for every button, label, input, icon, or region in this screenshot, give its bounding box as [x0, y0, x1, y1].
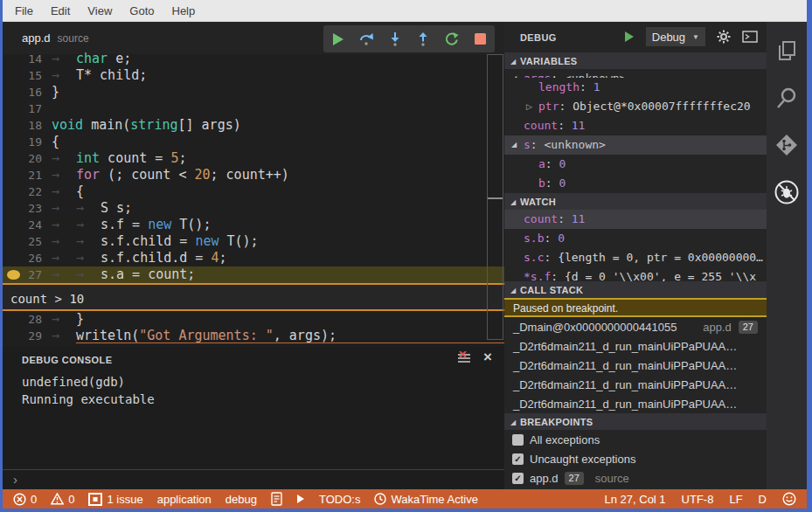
- code-token: 20: [194, 167, 210, 183]
- status-bar: 001 issueapplicationdebugTODO:sWakaTime …: [3, 489, 807, 509]
- gear-icon[interactable]: [717, 30, 731, 44]
- code-text: →T* child;: [52, 67, 147, 83]
- continue-button[interactable]: [327, 29, 348, 50]
- status-item-ln-27-col-1[interactable]: Ln 27, Col 1: [604, 493, 665, 506]
- menu-help[interactable]: Help: [163, 0, 205, 22]
- tab-whitespace-arrow: →: [52, 51, 76, 67]
- code-token: char: [76, 51, 108, 66]
- line-number: 28: [3, 311, 52, 328]
- line-number: 26: [3, 250, 52, 266]
- status-item-0[interactable]: 0: [51, 493, 74, 506]
- debug-config-dropdown[interactable]: Debug ▼: [646, 27, 705, 46]
- variable-row-ptr[interactable]: ▷ptr: Object@*0x00007fffffffec20: [504, 97, 767, 116]
- breakpoint-line-badge: 27: [565, 472, 584, 485]
- search-icon[interactable]: [774, 85, 800, 111]
- status-item-debug[interactable]: debug: [226, 493, 257, 506]
- code-token: (; count <: [100, 167, 194, 183]
- status-item-0[interactable]: 0: [13, 493, 37, 506]
- frame-function: _D2rt6dmain211_d_run_mainUiPPaPUAA…: [513, 340, 737, 353]
- step-out-button[interactable]: [413, 29, 434, 50]
- breakpoint-item[interactable]: All exceptions: [504, 430, 767, 449]
- menu-bar: FileEditViewGotoHelp: [3, 0, 807, 22]
- console-repl-input[interactable]: ›: [3, 469, 504, 488]
- step-over-button[interactable]: [356, 29, 377, 50]
- code-text: →→S s;: [52, 200, 132, 216]
- tab-appd[interactable]: app.d source: [22, 22, 89, 54]
- colon: :: [580, 80, 593, 93]
- checkbox-icon[interactable]: ✓: [512, 473, 524, 484]
- variable-value: Object@*0x00007fffffffec20: [573, 100, 751, 113]
- status-item-application[interactable]: application: [157, 493, 212, 506]
- tab-whitespace-arrow: →: [52, 217, 76, 233]
- close-icon[interactable]: ×: [483, 351, 492, 363]
- section-header-breakpoints[interactable]: ◢ BREAKPOINTS: [504, 413, 767, 430]
- status-label: LF: [729, 493, 742, 506]
- breakpoint-item[interactable]: ✓app.d27source: [504, 468, 767, 488]
- step-into-button[interactable]: [385, 29, 406, 50]
- menu-edit[interactable]: Edit: [42, 0, 79, 22]
- stack-frame[interactable]: _D2rt6dmain211_d_run_mainUiPPaPUAA…: [504, 394, 767, 413]
- code-line-17: 17: [3, 100, 504, 117]
- stop-button[interactable]: [470, 29, 491, 50]
- code-text: {: [52, 134, 59, 149]
- tab-file-name: app.d: [22, 31, 51, 45]
- explorer-icon[interactable]: [774, 38, 800, 64]
- vscode-window: FileEditViewGotoHelp app.d source 14→cha…: [0, 0, 812, 512]
- status-item-1-issue[interactable]: 1 issue: [88, 493, 142, 506]
- code-line-18: 18void main(string[] args): [3, 117, 504, 134]
- debug-icon[interactable]: [774, 179, 800, 205]
- breakpoint-icon[interactable]: [7, 270, 20, 280]
- section-header-variables[interactable]: ◢ VARIABLES: [504, 52, 767, 69]
- variable-row-length[interactable]: length: 1: [504, 78, 767, 97]
- colon: :: [551, 270, 565, 281]
- status-item-lf[interactable]: LF: [729, 493, 742, 506]
- menu-goto[interactable]: Goto: [121, 0, 163, 22]
- variable-row-a[interactable]: a: 0: [504, 155, 767, 174]
- status-item-doc[interactable]: [271, 492, 282, 506]
- watch-row-sf[interactable]: *s.f: {d = 0 '\\x00', e = 255 '\\x: [504, 267, 767, 281]
- code-text: →int count = 5;: [52, 150, 186, 166]
- open-console-icon[interactable]: [742, 31, 758, 43]
- status-item-wakatime-active[interactable]: WakaTime Active: [374, 493, 477, 506]
- clear-console-icon[interactable]: [457, 351, 471, 363]
- source-control-icon[interactable]: [774, 132, 800, 158]
- menu-view[interactable]: View: [79, 0, 121, 22]
- code-token: {: [52, 134, 59, 149]
- code-line-29: 29→writeln("Got Arguments: ", args);: [3, 328, 504, 344]
- checkbox-icon[interactable]: [512, 434, 524, 446]
- status-item-smiley[interactable]: [782, 492, 796, 506]
- call-stack-list: _Dmain@0x0000000000441055app.d27_D2rt6dm…: [504, 317, 767, 413]
- stack-frame[interactable]: _Dmain@0x0000000000441055app.d27: [504, 317, 767, 336]
- status-item-run[interactable]: [296, 494, 305, 504]
- watch-row-count[interactable]: count: 11: [504, 210, 767, 229]
- code-token: s.f =: [101, 217, 148, 232]
- stack-frame[interactable]: _D2rt6dmain211_d_run_mainUiPPaPUAA…: [504, 356, 767, 375]
- stack-frame[interactable]: _D2rt6dmain211_d_run_mainUiPPaPUAA…: [504, 375, 767, 394]
- section-header-call-stack[interactable]: ◢ CALL STACK: [504, 281, 767, 298]
- status-item-utf-8[interactable]: UTF-8: [682, 493, 714, 506]
- section-header-watch[interactable]: ◢ WATCH: [504, 193, 767, 210]
- menu-file[interactable]: File: [6, 0, 42, 22]
- code-text: →{: [52, 183, 84, 199]
- breakpoint-condition-input[interactable]: count > 10: [3, 283, 504, 311]
- restart-button[interactable]: [441, 29, 462, 50]
- code-area[interactable]: 14→char e;15→T* child;16}1718void main(s…: [3, 51, 504, 344]
- code-token: main(: [83, 117, 130, 133]
- variable-value: 0: [559, 176, 566, 190]
- status-label: UTF-8: [682, 493, 714, 506]
- status-item-d[interactable]: D: [759, 493, 767, 506]
- stack-frame[interactable]: _D2rt6dmain211_d_run_mainUiPPaPUAA…: [504, 336, 767, 356]
- start-debug-icon[interactable]: [623, 31, 635, 43]
- watch-row-sb[interactable]: s.b: 0: [504, 229, 767, 248]
- code-line-16: 16}: [3, 84, 504, 100]
- tab-whitespace-arrow: →: [76, 200, 101, 217]
- variable-row-args[interactable]: ◢args: <unknown>: [504, 69, 767, 78]
- watch-row-sc[interactable]: s.c: {length = 0, ptr = 0x00000000…: [504, 248, 767, 267]
- variable-row-b[interactable]: b: 0: [504, 174, 767, 193]
- variable-row-count[interactable]: count: 11: [504, 116, 767, 135]
- code-line-25: 25→→s.f.child = new T();: [3, 233, 504, 250]
- status-item-todo-s[interactable]: TODO:s: [319, 493, 360, 506]
- variable-row-s[interactable]: ◢s: <unknown>: [504, 135, 767, 155]
- breakpoint-item[interactable]: ✓Uncaught exceptions: [504, 449, 767, 468]
- checkbox-icon[interactable]: ✓: [512, 453, 524, 465]
